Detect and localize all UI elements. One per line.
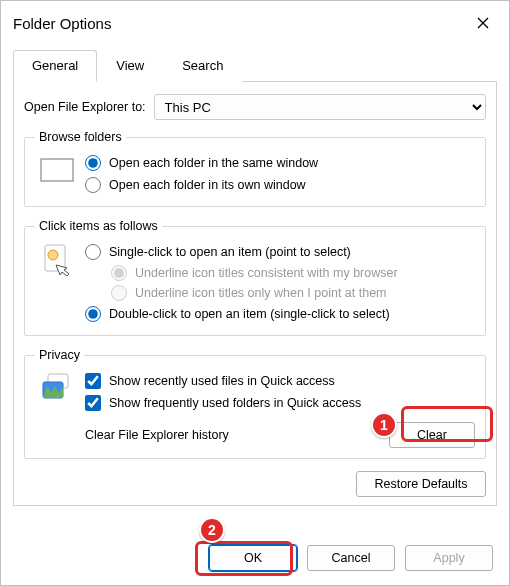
tab-general[interactable]: General: [13, 50, 97, 82]
tab-search[interactable]: Search: [163, 50, 242, 82]
apply-button: Apply: [405, 545, 493, 571]
radio-underline-browser: Underline icon titles consistent with my…: [111, 263, 475, 283]
titlebar: Folder Options: [1, 1, 509, 43]
browse-folder-icon: [35, 152, 79, 192]
tab-panel-general: Open File Explorer to: This PC Browse fo…: [13, 82, 497, 506]
radio-underline-point-label: Underline icon titles only when I point …: [135, 286, 387, 300]
check-frequent-folders-label: Show frequently used folders in Quick ac…: [109, 396, 361, 410]
radio-double-click-input[interactable]: [85, 306, 101, 322]
click-items-legend: Click items as follows: [35, 219, 162, 233]
dialog-window: Folder Options General View Search Open …: [0, 0, 510, 586]
check-recent-files-input[interactable]: [85, 373, 101, 389]
browse-folders-group: Browse folders Open each folder in the s…: [24, 130, 486, 207]
privacy-icon: [35, 370, 79, 410]
check-frequent-folders-input[interactable]: [85, 395, 101, 411]
clear-button[interactable]: Clear: [389, 422, 475, 448]
privacy-legend: Privacy: [35, 348, 84, 362]
radio-underline-point: Underline icon titles only when I point …: [111, 283, 475, 303]
radio-single-click-label: Single-click to open an item (point to s…: [109, 245, 351, 259]
open-to-select[interactable]: This PC: [154, 94, 486, 120]
check-recent-files-label: Show recently used files in Quick access: [109, 374, 335, 388]
click-items-group: Click items as follows Single-click to o…: [24, 219, 486, 336]
clear-history-label: Clear File Explorer history: [85, 428, 379, 442]
radio-same-window-label: Open each folder in the same window: [109, 156, 318, 170]
cursor-icon: [35, 241, 79, 281]
restore-defaults-button[interactable]: Restore Defaults: [356, 471, 486, 497]
tabstrip: General View Search: [13, 49, 497, 82]
open-to-label: Open File Explorer to:: [24, 100, 146, 114]
privacy-group: Privacy Show recently used files in Quic…: [24, 348, 486, 459]
radio-underline-point-input: [111, 285, 127, 301]
svg-point-2: [48, 250, 58, 260]
check-recent-files[interactable]: Show recently used files in Quick access: [85, 370, 475, 392]
radio-single-click-input[interactable]: [85, 244, 101, 260]
cancel-button[interactable]: Cancel: [307, 545, 395, 571]
radio-single-click[interactable]: Single-click to open an item (point to s…: [85, 241, 475, 263]
dialog-button-row: OK Cancel Apply 2: [1, 535, 509, 585]
radio-own-window-input[interactable]: [85, 177, 101, 193]
window-title: Folder Options: [13, 15, 469, 32]
close-icon[interactable]: [469, 9, 497, 37]
radio-same-window[interactable]: Open each folder in the same window: [85, 152, 475, 174]
ok-button[interactable]: OK: [209, 545, 297, 571]
tab-view[interactable]: View: [97, 50, 163, 82]
svg-rect-0: [41, 159, 73, 181]
radio-own-window-label: Open each folder in its own window: [109, 178, 306, 192]
radio-underline-browser-input: [111, 265, 127, 281]
radio-same-window-input[interactable]: [85, 155, 101, 171]
check-frequent-folders[interactable]: Show frequently used folders in Quick ac…: [85, 392, 475, 414]
radio-underline-browser-label: Underline icon titles consistent with my…: [135, 266, 398, 280]
radio-double-click-label: Double-click to open an item (single-cli…: [109, 307, 390, 321]
radio-own-window[interactable]: Open each folder in its own window: [85, 174, 475, 196]
browse-folders-legend: Browse folders: [35, 130, 126, 144]
radio-double-click[interactable]: Double-click to open an item (single-cli…: [85, 303, 475, 325]
